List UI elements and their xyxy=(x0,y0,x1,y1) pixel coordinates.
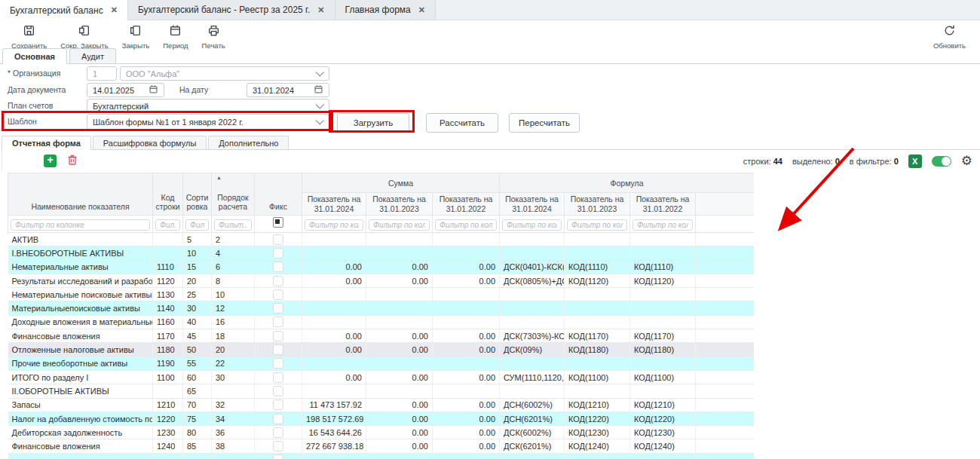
grid-toolbar-right: строки: 44 выделено: 0 в фильтре: 0 X ⚙ xyxy=(743,155,972,168)
fix-select-all-checkbox[interactable] xyxy=(273,217,283,228)
table-row[interactable]: Отложенные налоговые активы 1180 50 20 0… xyxy=(8,343,755,356)
row-fix-checkbox[interactable] xyxy=(273,399,283,410)
table-row[interactable]: Дебиторская задолженность 1230 80 36 16 … xyxy=(8,426,755,439)
cell-sum-2023 xyxy=(366,356,433,370)
row-fix-checkbox[interactable] xyxy=(273,289,283,300)
column-header-sort[interactable]: Сорти ровка▲ xyxy=(183,173,212,216)
column-header-fix[interactable]: Фикс xyxy=(255,173,302,216)
tab-main[interactable]: Основная xyxy=(2,48,67,64)
cell-fix xyxy=(255,315,302,329)
table-row[interactable]: Налог на добавленную стоимость по пр... … xyxy=(8,412,755,425)
row-fix-checkbox[interactable] xyxy=(273,262,283,272)
cell-formula-2022 xyxy=(630,246,696,260)
tab-additional[interactable]: Дополнительно xyxy=(208,136,289,149)
row-fix-checkbox[interactable] xyxy=(273,276,283,286)
table-row[interactable]: Финансовые вложения 1240 85 38 272 667 9… xyxy=(8,439,755,453)
cell-code xyxy=(153,453,183,459)
table-row[interactable]: I.ВНЕОБОРОТНЫЕ АКТИВЫ 10 4 xyxy=(8,246,755,260)
filter-input-sum-2022[interactable] xyxy=(435,219,497,231)
on-date-field[interactable]: 31.01.2024 xyxy=(247,83,329,97)
row-fix-checkbox[interactable] xyxy=(273,358,283,369)
table-row[interactable] xyxy=(8,453,755,459)
filter-toggle[interactable] xyxy=(932,156,951,167)
table-row[interactable]: Результаты исследований и разработок 112… xyxy=(8,274,755,287)
tab-close-icon[interactable]: ✕ xyxy=(317,5,324,15)
row-fix-checkbox[interactable] xyxy=(273,303,283,314)
row-fix-checkbox[interactable] xyxy=(273,317,283,327)
row-fix-checkbox[interactable] xyxy=(273,331,283,341)
filter-input-name[interactable] xyxy=(11,219,150,231)
calendar-icon[interactable] xyxy=(149,84,158,96)
filter-input-sum-2024[interactable] xyxy=(305,219,363,231)
excel-export-button[interactable]: X xyxy=(908,155,922,168)
add-row-button[interactable]: + xyxy=(44,155,57,167)
column-header-sum-2024[interactable]: Показатель на31.01.2024 xyxy=(302,193,366,216)
tab-audit[interactable]: Аудит xyxy=(69,48,116,63)
filter-input-formula-2024[interactable] xyxy=(502,219,562,231)
window-tab-registry[interactable]: Бухгалтерский баланс - Реестр за 2025 г.… xyxy=(128,0,335,20)
org-select[interactable]: ООО "Альфа" xyxy=(120,66,329,81)
table-row[interactable]: ИТОГО по разделу I 1100 60 30 0.00 0.00 … xyxy=(8,370,755,384)
table-row[interactable]: Нематериальные активы 1110 15 6 0.00 0.0… xyxy=(8,260,755,274)
window-tab-balance[interactable]: Бухгалтерский баланс ✕ xyxy=(0,0,128,20)
row-fix-checkbox[interactable] xyxy=(273,344,283,355)
cell-sum-2022: 0.00 xyxy=(433,329,500,343)
cell-formula-2023 xyxy=(565,315,630,329)
row-fix-checkbox[interactable] xyxy=(273,441,283,451)
tab-close-icon[interactable]: ✕ xyxy=(111,5,118,15)
cell-name: Нематериальные поисковые активы xyxy=(8,288,153,301)
tab-report-form[interactable]: Отчетная форма xyxy=(2,136,91,150)
cell-order: 2 xyxy=(212,233,255,246)
table-row[interactable]: Финансовые вложения 1170 45 18 0.00 0.00… xyxy=(8,329,755,343)
tab-formula-details[interactable]: Расшифровка формулы xyxy=(93,136,207,149)
table-row[interactable]: Материальныепоисковые активы 1140 30 12 xyxy=(8,301,755,315)
doc-date-field[interactable]: 14.01.2025 xyxy=(87,83,164,97)
row-fix-checkbox[interactable] xyxy=(273,234,283,245)
column-header-code[interactable]: Код строки xyxy=(153,173,183,216)
cell-name: Доходные вложения в материальные ц... xyxy=(8,315,153,329)
cell-fix xyxy=(255,398,302,412)
column-header-sum-2023[interactable]: Показатель на31.01.2023 xyxy=(366,193,433,216)
cell-sort: 55 xyxy=(183,356,212,370)
column-header-name[interactable]: Наименование показателя xyxy=(8,173,153,216)
cell-order: 36 xyxy=(212,426,255,439)
calculate-button[interactable]: Рассчитать xyxy=(426,113,498,133)
filter-input-formula-2022[interactable] xyxy=(632,219,693,231)
filter-input-sort[interactable] xyxy=(185,219,209,231)
table-row[interactable]: Прочие внеоборотные активы 1190 55 22 xyxy=(8,356,755,370)
cell-formula-2023 xyxy=(565,384,630,398)
filter-input-order[interactable] xyxy=(214,219,252,231)
column-header-formula-2023[interactable]: Показатель на31.01.2023 xyxy=(565,193,630,216)
template-select[interactable]: Шаблон формы №1 от 1 января 2022 г. xyxy=(87,114,329,130)
row-fix-checkbox[interactable] xyxy=(273,248,283,259)
table-row[interactable]: Запасы 1210 70 32 11 473 157.92 0.00 0.0… xyxy=(8,398,755,412)
gear-icon[interactable]: ⚙ xyxy=(961,155,972,167)
tab-close-icon[interactable]: ✕ xyxy=(418,5,425,15)
column-header-formula-2022[interactable]: Показатель на31.01.2022 xyxy=(630,193,696,216)
load-button[interactable]: Загрузить xyxy=(337,113,409,133)
org-label: * Организация xyxy=(8,66,60,81)
row-fix-checkbox[interactable] xyxy=(273,372,283,383)
cell-formula-2023: КОД(1100) xyxy=(565,370,630,384)
column-header-sum-2022[interactable]: Показатель на31.01.2022 xyxy=(433,193,500,216)
filter-input-formula-2023[interactable] xyxy=(567,219,627,231)
delete-row-button[interactable] xyxy=(66,154,78,169)
table-row[interactable]: Доходные вложения в материальные ц... 11… xyxy=(8,315,755,329)
chart-of-accounts-select[interactable]: Бухгалтерский xyxy=(87,99,329,113)
row-fix-checkbox[interactable] xyxy=(273,386,283,396)
row-fix-checkbox[interactable] xyxy=(273,427,283,438)
window-tab-main-form[interactable]: Главная форма ✕ xyxy=(335,0,436,20)
cell-order: 6 xyxy=(212,260,255,274)
column-header-formula-2024[interactable]: Показатель на31.01.2024 xyxy=(500,193,565,216)
table-row[interactable]: Нематериальные поисковые активы 1130 25 … xyxy=(8,288,755,301)
org-name-value: ООО "Альфа" xyxy=(126,69,179,78)
table-row[interactable]: АКТИВ 5 2 xyxy=(8,233,755,246)
recalculate-button[interactable]: Пересчитать xyxy=(509,113,580,133)
filter-input-sum-2023[interactable] xyxy=(369,219,430,231)
row-fix-checkbox[interactable] xyxy=(273,454,283,459)
cell-sum-2022 xyxy=(433,246,500,260)
row-fix-checkbox[interactable] xyxy=(273,414,283,424)
calendar-icon[interactable] xyxy=(314,84,323,96)
table-row[interactable]: II.ОБОРОТНЫЕ АКТИВЫ 65 xyxy=(8,384,755,398)
filter-input-code[interactable] xyxy=(155,219,180,231)
